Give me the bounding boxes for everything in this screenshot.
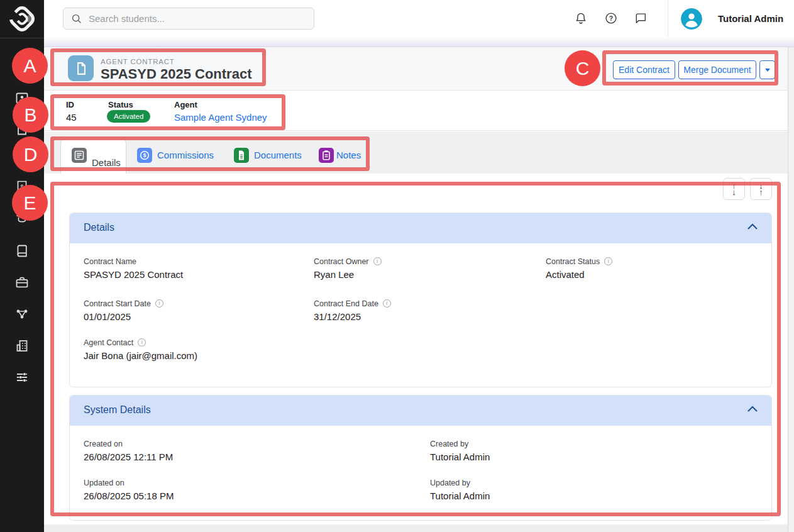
- field-label: Created by: [430, 440, 490, 448]
- documents-tab-icon: [234, 148, 249, 163]
- field-created-on: Created on 26/08/2025 12:11 PM: [84, 440, 173, 462]
- field-value: 31/12/2025: [314, 311, 391, 322]
- details-tab-icon: [72, 148, 87, 163]
- graduation-cap-icon: [14, 210, 30, 225]
- notes-tab-icon: [319, 148, 334, 163]
- info-icon[interactable]: [155, 299, 163, 308]
- edit-contract-button[interactable]: Edit Contract: [613, 60, 675, 79]
- collapse-all-button[interactable]: ↓↑: [750, 178, 772, 200]
- id-label: ID: [66, 100, 74, 109]
- contract-doc-icon: [68, 55, 94, 81]
- page-title: SPASYD 2025 Contract: [101, 66, 251, 82]
- network-icon: [14, 306, 30, 321]
- field-value: Activated: [546, 269, 612, 280]
- id-value: 45: [66, 112, 77, 123]
- sidebar-item-invoices[interactable]: $: [14, 179, 30, 194]
- entity-type-label: AGENT CONTRACT: [101, 58, 175, 65]
- expand-all-button[interactable]: ↑↓: [723, 178, 745, 200]
- sidebar-item-subjects[interactable]: [14, 243, 30, 258]
- sidebar-divider: [0, 38, 44, 38]
- chevron-up-icon[interactable]: [746, 222, 759, 233]
- info-icon[interactable]: [373, 257, 382, 265]
- field-label: Contract Status: [546, 257, 612, 266]
- scrollbar-track[interactable]: [788, 37, 794, 532]
- field-value: SPASYD 2025 Contract: [84, 269, 183, 280]
- info-icon[interactable]: [383, 299, 391, 308]
- field-value: Tutorial Admin: [430, 452, 490, 462]
- field-label: Contract End Date: [314, 299, 391, 308]
- avatar[interactable]: [681, 8, 702, 30]
- merge-document-button[interactable]: Merge Document: [678, 60, 756, 79]
- tab-details[interactable]: Details: [60, 138, 126, 174]
- field-updated-by: Updated by Tutorial Admin: [430, 479, 490, 501]
- field-label: Created on: [84, 440, 173, 448]
- sidebar-item-courses[interactable]: [14, 210, 30, 225]
- field-value: Jair Bona (jair@gmail.com): [84, 350, 197, 361]
- search-input[interactable]: [89, 8, 309, 29]
- expand-arrows-icon: ↑↓: [732, 183, 736, 196]
- search-box: [63, 8, 314, 30]
- briefcase-icon: [14, 275, 30, 290]
- help-icon[interactable]: ?: [604, 11, 618, 25]
- screen: $ ?: [0, 0, 794, 532]
- settings-sliders-icon: [14, 370, 30, 385]
- meta-row: ID 45 Status Activated Agent Sample Agen…: [44, 91, 788, 131]
- agent-label: Agent: [174, 100, 197, 109]
- svg-text:$: $: [143, 152, 146, 158]
- tab-content: ↑↓ ↓↑ Details Contract Name SPASYD 2025 …: [44, 174, 788, 524]
- details-card: Details Contract Name SPASYD 2025 Contra…: [69, 213, 772, 387]
- field-label: Contract Owner: [314, 257, 382, 266]
- field-value: Ryan Lee: [314, 269, 382, 280]
- field-contract-end-date: Contract End Date 31/12/2025: [314, 299, 391, 322]
- chat-icon[interactable]: [634, 11, 648, 25]
- field-created-by: Created by Tutorial Admin: [430, 440, 490, 462]
- system-details-card-title: System Details: [84, 404, 151, 416]
- chevron-up-icon[interactable]: [746, 404, 759, 416]
- field-contract-name: Contract Name SPASYD 2025 Contract: [84, 257, 183, 280]
- dropdown-caret-icon: [765, 69, 770, 72]
- search-icon: [71, 13, 82, 25]
- book-icon: [14, 243, 30, 258]
- info-icon[interactable]: [604, 257, 612, 265]
- status-label: Status: [108, 100, 133, 109]
- tab-bar: Details $ Commissions Documents Notes: [44, 131, 788, 174]
- file-icon: [14, 152, 30, 167]
- notifications-bell-icon[interactable]: [574, 11, 588, 25]
- page-background: [44, 524, 788, 532]
- field-value: Tutorial Admin: [430, 490, 490, 501]
- sidebar-item-offers[interactable]: [14, 152, 30, 167]
- svg-text:?: ?: [609, 14, 613, 22]
- system-details-card: System Details Created on 26/08/2025 12:…: [69, 395, 772, 521]
- field-value: 26/08/2025 12:11 PM: [84, 452, 173, 462]
- tab-notes-label: Notes: [336, 150, 361, 160]
- sidebar: $: [0, 0, 44, 532]
- sidebar-item-relationships[interactable]: [14, 306, 30, 321]
- details-card-header[interactable]: Details: [70, 213, 771, 243]
- tab-details-label: Details: [92, 157, 121, 168]
- field-updated-on: Updated on 26/08/2025 05:18 PM: [84, 479, 174, 501]
- info-icon[interactable]: [138, 338, 146, 346]
- sidebar-item-organization[interactable]: [14, 338, 30, 353]
- organization-icon: [14, 338, 30, 353]
- student-card-icon: [14, 91, 30, 106]
- svg-text:$: $: [20, 183, 24, 190]
- tab-documents-label: Documents: [254, 150, 302, 160]
- invoice-icon: $: [14, 179, 30, 194]
- document-icon: [14, 121, 30, 136]
- sidebar-item-agents[interactable]: [14, 275, 30, 290]
- user-name[interactable]: Tutorial Admin: [718, 13, 783, 24]
- status-badge: Activated: [107, 110, 150, 123]
- more-actions-button[interactable]: [759, 60, 775, 79]
- app-logo-icon[interactable]: [8, 5, 36, 33]
- topbar-shadow: [44, 36, 794, 47]
- system-details-card-header[interactable]: System Details: [70, 396, 771, 426]
- field-contract-owner: Contract Owner Ryan Lee: [314, 257, 382, 280]
- agent-link[interactable]: Sample Agent Sydney: [174, 112, 267, 123]
- sidebar-item-settings[interactable]: [14, 370, 30, 385]
- sidebar-item-applications[interactable]: [14, 121, 30, 136]
- field-agent-contact: Agent Contact Jair Bona (jair@gmail.com): [84, 338, 197, 361]
- collapse-arrows-icon: ↓↑: [759, 183, 763, 196]
- field-label: Updated on: [84, 479, 174, 487]
- sidebar-item-students[interactable]: [14, 91, 30, 106]
- details-card-title: Details: [84, 222, 114, 233]
